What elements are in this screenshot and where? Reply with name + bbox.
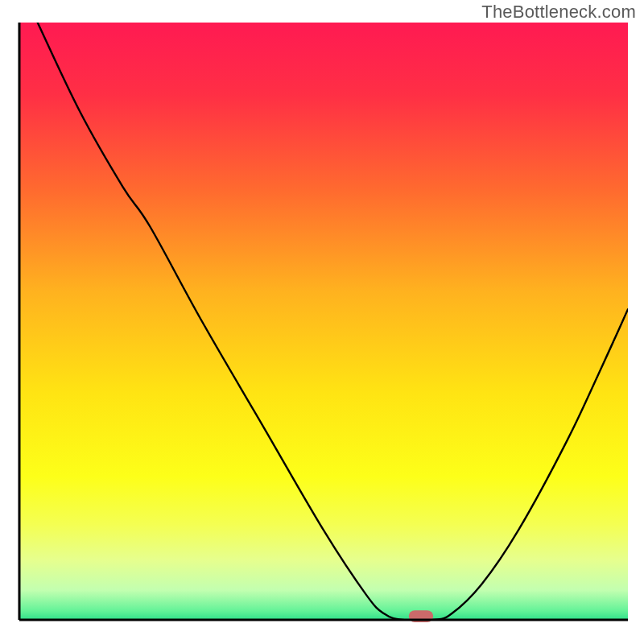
chart-container: { "watermark": "TheBottleneck.com", "cha…	[0, 0, 644, 644]
bottleneck-chart	[0, 0, 644, 644]
